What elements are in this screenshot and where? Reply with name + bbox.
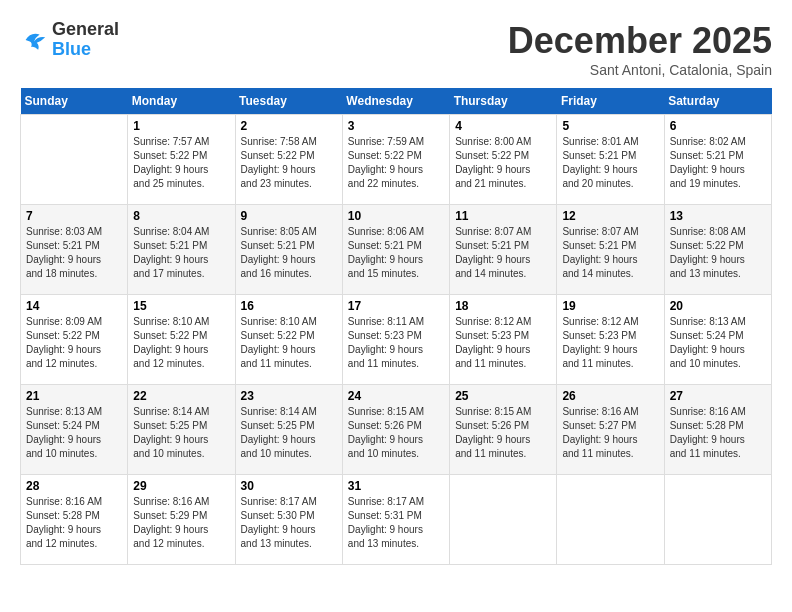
day-info: Sunrise: 8:16 AMSunset: 5:28 PMDaylight:… (26, 495, 122, 551)
calendar-cell: 29Sunrise: 8:16 AMSunset: 5:29 PMDayligh… (128, 475, 235, 565)
calendar-cell: 30Sunrise: 8:17 AMSunset: 5:30 PMDayligh… (235, 475, 342, 565)
day-info: Sunrise: 8:08 AMSunset: 5:22 PMDaylight:… (670, 225, 766, 281)
calendar-cell (664, 475, 771, 565)
day-info: Sunrise: 8:05 AMSunset: 5:21 PMDaylight:… (241, 225, 337, 281)
day-info: Sunrise: 8:07 AMSunset: 5:21 PMDaylight:… (562, 225, 658, 281)
calendar-cell: 26Sunrise: 8:16 AMSunset: 5:27 PMDayligh… (557, 385, 664, 475)
calendar-cell: 23Sunrise: 8:14 AMSunset: 5:25 PMDayligh… (235, 385, 342, 475)
day-info: Sunrise: 8:15 AMSunset: 5:26 PMDaylight:… (455, 405, 551, 461)
calendar-cell: 13Sunrise: 8:08 AMSunset: 5:22 PMDayligh… (664, 205, 771, 295)
calendar-cell: 11Sunrise: 8:07 AMSunset: 5:21 PMDayligh… (450, 205, 557, 295)
calendar-cell: 27Sunrise: 8:16 AMSunset: 5:28 PMDayligh… (664, 385, 771, 475)
calendar-cell: 3Sunrise: 7:59 AMSunset: 5:22 PMDaylight… (342, 115, 449, 205)
day-info: Sunrise: 8:16 AMSunset: 5:28 PMDaylight:… (670, 405, 766, 461)
day-number: 13 (670, 209, 766, 223)
calendar-cell: 2Sunrise: 7:58 AMSunset: 5:22 PMDaylight… (235, 115, 342, 205)
day-number: 17 (348, 299, 444, 313)
day-info: Sunrise: 8:17 AMSunset: 5:30 PMDaylight:… (241, 495, 337, 551)
calendar-cell: 9Sunrise: 8:05 AMSunset: 5:21 PMDaylight… (235, 205, 342, 295)
calendar-cell: 18Sunrise: 8:12 AMSunset: 5:23 PMDayligh… (450, 295, 557, 385)
day-number: 6 (670, 119, 766, 133)
logo: General Blue (20, 20, 119, 60)
day-number: 30 (241, 479, 337, 493)
day-info: Sunrise: 8:17 AMSunset: 5:31 PMDaylight:… (348, 495, 444, 551)
header-day-friday: Friday (557, 88, 664, 115)
day-number: 24 (348, 389, 444, 403)
day-info: Sunrise: 8:13 AMSunset: 5:24 PMDaylight:… (26, 405, 122, 461)
day-info: Sunrise: 8:12 AMSunset: 5:23 PMDaylight:… (562, 315, 658, 371)
header-day-tuesday: Tuesday (235, 88, 342, 115)
calendar-cell: 4Sunrise: 8:00 AMSunset: 5:22 PMDaylight… (450, 115, 557, 205)
day-info: Sunrise: 8:06 AMSunset: 5:21 PMDaylight:… (348, 225, 444, 281)
calendar-cell: 1Sunrise: 7:57 AMSunset: 5:22 PMDaylight… (128, 115, 235, 205)
day-info: Sunrise: 8:11 AMSunset: 5:23 PMDaylight:… (348, 315, 444, 371)
logo-blue-text: Blue (52, 40, 119, 60)
calendar-week-row: 7Sunrise: 8:03 AMSunset: 5:21 PMDaylight… (21, 205, 772, 295)
calendar-cell: 22Sunrise: 8:14 AMSunset: 5:25 PMDayligh… (128, 385, 235, 475)
day-number: 29 (133, 479, 229, 493)
day-number: 22 (133, 389, 229, 403)
calendar-cell: 8Sunrise: 8:04 AMSunset: 5:21 PMDaylight… (128, 205, 235, 295)
day-info: Sunrise: 7:59 AMSunset: 5:22 PMDaylight:… (348, 135, 444, 191)
day-number: 19 (562, 299, 658, 313)
day-info: Sunrise: 7:58 AMSunset: 5:22 PMDaylight:… (241, 135, 337, 191)
day-info: Sunrise: 8:03 AMSunset: 5:21 PMDaylight:… (26, 225, 122, 281)
day-info: Sunrise: 8:02 AMSunset: 5:21 PMDaylight:… (670, 135, 766, 191)
calendar-cell (557, 475, 664, 565)
day-number: 16 (241, 299, 337, 313)
month-year-title: December 2025 (508, 20, 772, 62)
day-number: 9 (241, 209, 337, 223)
day-info: Sunrise: 8:12 AMSunset: 5:23 PMDaylight:… (455, 315, 551, 371)
day-number: 23 (241, 389, 337, 403)
day-number: 12 (562, 209, 658, 223)
day-number: 14 (26, 299, 122, 313)
title-area: December 2025 Sant Antoni, Catalonia, Sp… (508, 20, 772, 78)
day-number: 21 (26, 389, 122, 403)
calendar-cell: 5Sunrise: 8:01 AMSunset: 5:21 PMDaylight… (557, 115, 664, 205)
day-info: Sunrise: 7:57 AMSunset: 5:22 PMDaylight:… (133, 135, 229, 191)
calendar-cell (450, 475, 557, 565)
day-info: Sunrise: 8:10 AMSunset: 5:22 PMDaylight:… (133, 315, 229, 371)
day-number: 5 (562, 119, 658, 133)
day-number: 10 (348, 209, 444, 223)
day-info: Sunrise: 8:07 AMSunset: 5:21 PMDaylight:… (455, 225, 551, 281)
day-number: 1 (133, 119, 229, 133)
day-info: Sunrise: 8:15 AMSunset: 5:26 PMDaylight:… (348, 405, 444, 461)
calendar-cell: 28Sunrise: 8:16 AMSunset: 5:28 PMDayligh… (21, 475, 128, 565)
calendar-cell: 10Sunrise: 8:06 AMSunset: 5:21 PMDayligh… (342, 205, 449, 295)
day-number: 18 (455, 299, 551, 313)
logo-bird-icon (20, 26, 48, 54)
day-info: Sunrise: 8:16 AMSunset: 5:27 PMDaylight:… (562, 405, 658, 461)
calendar-cell: 19Sunrise: 8:12 AMSunset: 5:23 PMDayligh… (557, 295, 664, 385)
calendar-week-row: 14Sunrise: 8:09 AMSunset: 5:22 PMDayligh… (21, 295, 772, 385)
calendar-cell: 24Sunrise: 8:15 AMSunset: 5:26 PMDayligh… (342, 385, 449, 475)
calendar-cell: 31Sunrise: 8:17 AMSunset: 5:31 PMDayligh… (342, 475, 449, 565)
header-day-thursday: Thursday (450, 88, 557, 115)
calendar-cell: 20Sunrise: 8:13 AMSunset: 5:24 PMDayligh… (664, 295, 771, 385)
day-number: 2 (241, 119, 337, 133)
calendar-week-row: 21Sunrise: 8:13 AMSunset: 5:24 PMDayligh… (21, 385, 772, 475)
calendar-cell (21, 115, 128, 205)
day-number: 25 (455, 389, 551, 403)
header-day-monday: Monday (128, 88, 235, 115)
calendar-week-row: 28Sunrise: 8:16 AMSunset: 5:28 PMDayligh… (21, 475, 772, 565)
day-number: 28 (26, 479, 122, 493)
day-number: 3 (348, 119, 444, 133)
calendar-cell: 6Sunrise: 8:02 AMSunset: 5:21 PMDaylight… (664, 115, 771, 205)
day-info: Sunrise: 8:14 AMSunset: 5:25 PMDaylight:… (241, 405, 337, 461)
day-info: Sunrise: 8:14 AMSunset: 5:25 PMDaylight:… (133, 405, 229, 461)
calendar-cell: 7Sunrise: 8:03 AMSunset: 5:21 PMDaylight… (21, 205, 128, 295)
day-info: Sunrise: 8:13 AMSunset: 5:24 PMDaylight:… (670, 315, 766, 371)
header-day-sunday: Sunday (21, 88, 128, 115)
calendar-cell: 15Sunrise: 8:10 AMSunset: 5:22 PMDayligh… (128, 295, 235, 385)
calendar-cell: 16Sunrise: 8:10 AMSunset: 5:22 PMDayligh… (235, 295, 342, 385)
day-number: 31 (348, 479, 444, 493)
header-day-wednesday: Wednesday (342, 88, 449, 115)
day-number: 11 (455, 209, 551, 223)
day-number: 20 (670, 299, 766, 313)
day-number: 4 (455, 119, 551, 133)
day-info: Sunrise: 8:09 AMSunset: 5:22 PMDaylight:… (26, 315, 122, 371)
day-number: 8 (133, 209, 229, 223)
day-info: Sunrise: 8:00 AMSunset: 5:22 PMDaylight:… (455, 135, 551, 191)
logo-general-text: General (52, 20, 119, 40)
